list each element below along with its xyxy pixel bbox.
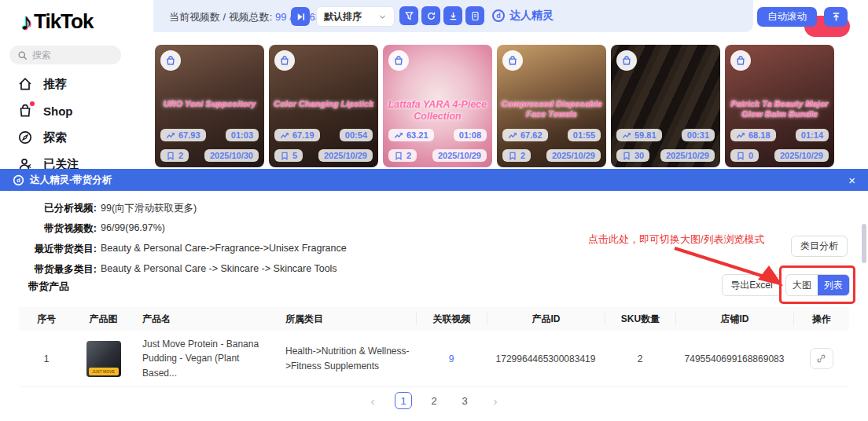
column-header: 产品名 <box>133 313 274 326</box>
analysis-stats: 已分析视频:99(向下滑动获取更多)带货视频数:96/99(96.97%)最近带… <box>18 202 347 284</box>
search-input[interactable]: 搜索 <box>9 46 121 64</box>
video-saves-count: 30 <box>634 151 644 160</box>
shop-id: 7495540699168869083 <box>675 353 793 364</box>
stat-label: 带货最多类目: <box>18 263 97 276</box>
trend-icon <box>736 131 745 140</box>
video-saves-count: 2 <box>520 151 525 160</box>
home-icon <box>17 76 33 92</box>
related-videos-cell: 9 <box>416 353 487 364</box>
video-card[interactable]: Compressed Disposable Face Towels67.6201… <box>497 45 606 167</box>
product-image: JUST MOVE <box>86 341 121 377</box>
video-score-badge: 67.62 <box>502 129 548 141</box>
stat-value: 96/99(96.97%) <box>101 222 165 236</box>
video-saves-count: 0 <box>748 151 753 160</box>
bookmark-icon <box>508 152 517 160</box>
category-analysis-button[interactable]: 类目分析 <box>791 236 848 257</box>
trend-icon <box>280 131 289 140</box>
download-button[interactable] <box>443 6 462 25</box>
video-score-value: 67.93 <box>178 130 200 140</box>
auto-scroll-button[interactable]: 自动滚动 <box>757 7 817 27</box>
scroll-top-icon <box>830 11 842 23</box>
large-view-tab[interactable]: 大图 <box>786 275 818 295</box>
bookmark-icon <box>622 152 631 160</box>
video-score-value: 63.21 <box>406 130 428 140</box>
products-table: 序号产品图产品名所属类目关联视频产品IDSKU数量店铺ID操作 1JUST MO… <box>19 307 849 387</box>
pagination-page-3[interactable]: 3 <box>456 392 473 409</box>
column-header: SKU数量 <box>605 313 675 325</box>
video-duration-badge: 01:14 <box>796 129 829 141</box>
annotation-text: 点击此处，即可切换大图/列表浏览模式 <box>588 232 765 247</box>
video-saves-count: 5 <box>292 151 297 160</box>
product-link-button[interactable] <box>810 348 833 369</box>
bookmark-icon <box>736 152 745 160</box>
close-icon[interactable]: × <box>848 174 855 186</box>
video-card[interactable]: Patrick Ta Beauty Major Glow Balm Bundle… <box>725 45 834 167</box>
sidebar-item-1[interactable]: 推荐 <box>0 71 153 97</box>
column-header: 产品图 <box>74 313 133 326</box>
video-score-value: 67.62 <box>520 130 542 140</box>
video-score-value: 59.81 <box>634 130 657 140</box>
stat-line: 带货最多类目:Beauty & Personal Care -> Skincar… <box>18 263 347 276</box>
trend-icon <box>394 131 403 140</box>
pagination-page-1[interactable]: 1 <box>395 392 412 409</box>
video-date-badge: 2025/10/29 <box>660 149 715 162</box>
video-score-badge: 67.19 <box>274 129 320 141</box>
sort-dropdown[interactable]: 默认排序 <box>316 6 395 27</box>
pagination-prev[interactable]: ‹ <box>364 392 381 409</box>
daren-brand-text: 达人精灵 <box>509 9 554 23</box>
video-card[interactable]: URO Yoni Suppository67.9301:0322025/10/3… <box>155 45 264 167</box>
music-note-icon: ♪ <box>20 10 32 34</box>
product-image-cell: JUST MOVE <box>74 341 133 377</box>
column-header: 店铺ID <box>675 313 793 325</box>
stat-line: 最近带货类目:Beauty & Personal Care->Fragrance… <box>18 243 347 256</box>
action-cell <box>793 348 849 369</box>
video-card[interactable]: Lattafa YARA 4-Piece Collection63.2101:0… <box>383 45 492 167</box>
video-duration-badge: 01:03 <box>226 129 259 141</box>
video-score-badge: 63.21 <box>388 129 434 141</box>
column-header: 产品ID <box>487 313 605 325</box>
video-card[interactable]: Color Changing Lipstick67.1900:5452025/1… <box>269 45 378 167</box>
sort-value: 默认排序 <box>324 10 362 24</box>
bag-icon <box>393 55 404 66</box>
pagination: ‹123› <box>0 392 868 409</box>
trend-icon <box>166 131 175 140</box>
refresh-button[interactable] <box>421 6 440 25</box>
list-view-tab[interactable]: 列表 <box>818 275 849 295</box>
filter-icon <box>403 10 415 22</box>
video-count-label: 当前视频数 / 视频总数: <box>169 11 272 23</box>
refresh-icon <box>425 10 437 22</box>
sidebar-item-3[interactable]: 探索 <box>0 124 153 151</box>
pagination-page-2[interactable]: 2 <box>425 392 443 409</box>
bookmark-icon <box>394 152 403 160</box>
chevron-down-icon <box>378 13 387 21</box>
video-title-overlay: Lattafa YARA 4-Piece Collection <box>387 99 488 123</box>
bag-icon <box>165 55 176 66</box>
sidebar-nav: 推荐Shop探索已关注 <box>0 71 153 178</box>
panel-scrollbar[interactable] <box>862 224 866 263</box>
column-header: 关联视频 <box>416 313 487 325</box>
filter-button[interactable] <box>399 6 418 25</box>
video-date-badge: 2025/10/29 <box>318 149 373 162</box>
video-title-overlay: URO Yoni Suppository <box>159 99 260 110</box>
sidebar-item-2[interactable]: Shop <box>0 97 153 124</box>
file-button[interactable] <box>465 6 484 25</box>
video-saves-count: 2 <box>406 151 411 160</box>
top-toolbar: 当前视频数 / 视频总数: 99 / 1,763 默认排序 d 达人精灵 自动滚… <box>153 0 868 36</box>
video-card[interactable]: 59.8100:31302025/10/29 <box>611 45 720 167</box>
scroll-top-button[interactable] <box>824 7 848 27</box>
file-icon <box>469 10 481 22</box>
export-excel-button[interactable]: 导出Excel <box>722 274 782 296</box>
sidebar-item-label: 推荐 <box>43 77 67 92</box>
video-saves-badge: 30 <box>616 149 649 162</box>
bag-icon <box>507 55 518 66</box>
video-duration-badge: 00:54 <box>340 129 373 141</box>
video-title-overlay: Compressed Disposable Face Towels <box>501 99 602 121</box>
trend-icon <box>508 131 517 140</box>
column-header: 序号 <box>19 313 74 326</box>
analysis-panel: d 达人精灵-带货分析 × 已分析视频:99(向下滑动获取更多)带货视频数:96… <box>0 169 868 421</box>
daren-brand: d 达人精灵 <box>491 9 554 23</box>
related-videos-link[interactable]: 9 <box>449 353 454 364</box>
pagination-next[interactable]: › <box>487 392 504 409</box>
svg-text:d: d <box>17 177 20 184</box>
skip-end-button[interactable] <box>291 7 310 26</box>
